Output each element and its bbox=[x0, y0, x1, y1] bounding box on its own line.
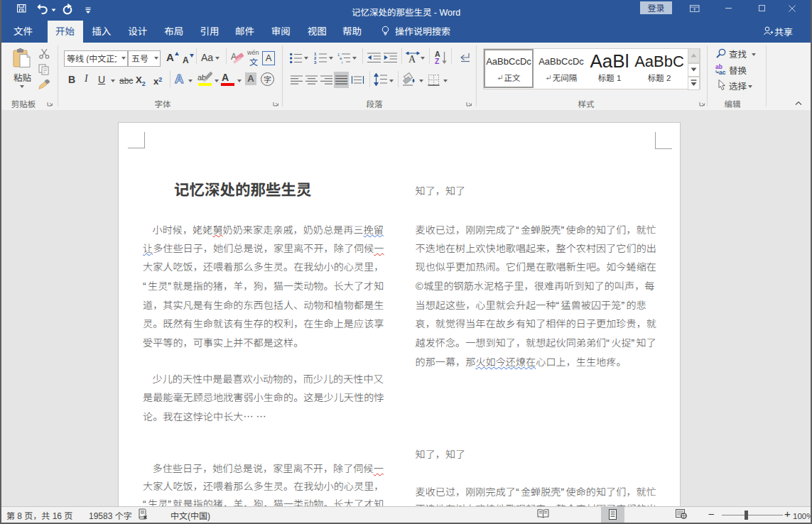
svg-text:3: 3 bbox=[314, 60, 317, 64]
svg-text:i: i bbox=[342, 60, 342, 64]
svg-text:Z: Z bbox=[435, 57, 440, 65]
svg-text:ac: ac bbox=[719, 69, 726, 75]
